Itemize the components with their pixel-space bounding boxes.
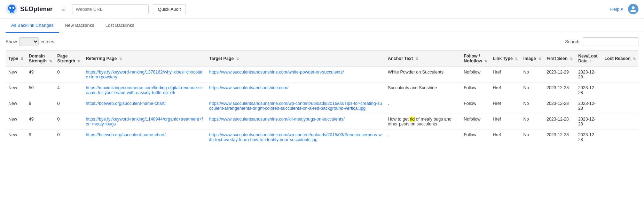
table-cell: [602, 114, 638, 130]
header-right: Help ▾: [610, 4, 638, 14]
table-cell: 9: [26, 98, 55, 114]
table-cell: 2023-12-28: [575, 83, 602, 98]
table-cell: New: [6, 67, 26, 83]
table-cell-referring: https://maximizingecommerce.com/finding-…: [83, 83, 206, 98]
table-cell: No: [520, 83, 544, 98]
table-cell: New: [6, 114, 26, 130]
table-wrapper: Type ⇅ DomainStrength ⇅ PageStrength ⇅ R…: [0, 50, 644, 145]
table-cell: No: [520, 98, 544, 114]
table-cell: 4: [55, 83, 83, 98]
show-label: Show: [6, 39, 17, 44]
table-cell-target: https://www.succulentsandsunshine.com/wh…: [206, 67, 385, 83]
table-cell: [602, 130, 638, 145]
table-cell-referring: https://bceweb.org/succulent-name-chart/: [83, 130, 206, 145]
table-cell: No: [520, 67, 544, 83]
col-first-seen[interactable]: First Seen ⇅: [544, 51, 575, 67]
table-cell: 2023-12-28: [544, 83, 575, 98]
table-cell: 2023-12-29: [575, 67, 602, 83]
sort-icon-lt: ⇅: [515, 57, 518, 61]
show-entries-control: Show 10 25 50 100 entries: [6, 37, 54, 46]
target-page-link[interactable]: https://www.succulentsandsunshine.com/ki…: [209, 117, 345, 122]
table-cell: Href: [490, 130, 520, 145]
table-cell: 2023-12-28: [575, 98, 602, 114]
sort-icon-lr: ⇅: [633, 57, 636, 61]
col-follow-nofollow[interactable]: Follow /Nofollow ⇅: [461, 51, 490, 67]
col-link-type[interactable]: Link Type ⇅: [490, 51, 520, 67]
svg-point-1: [9, 7, 11, 9]
table-row: New490https://bye.fyi/keyword-ranking/13…: [6, 67, 638, 83]
col-lost-reason[interactable]: Lost Reason ⇅: [602, 51, 638, 67]
table-cell: Follow: [461, 98, 490, 114]
col-referring-page[interactable]: Referring Page ⇅: [83, 51, 206, 67]
table-cell-referring: https://bceweb.org/succulent-name-chart/: [83, 98, 206, 114]
table-cell: 0: [55, 67, 83, 83]
col-anchor-text[interactable]: Anchor Text ⇅: [385, 51, 461, 67]
table-cell: 2023-12-28: [575, 114, 602, 130]
user-avatar[interactable]: [628, 4, 638, 14]
hamburger-menu[interactable]: ≡: [58, 4, 68, 14]
search-area: Search:: [565, 37, 638, 46]
table-cell: 2023-12-28: [544, 114, 575, 130]
col-page-strength[interactable]: PageStrength ⇅: [55, 51, 83, 67]
table-cell: Href: [490, 67, 520, 83]
col-target-page[interactable]: Target Page ⇅: [206, 51, 385, 67]
table-cell: 9: [26, 130, 55, 145]
table-cell: New: [6, 98, 26, 114]
target-page-link[interactable]: https://www.succulentsandsunshine.com/wp…: [209, 132, 382, 142]
svg-point-2: [13, 7, 14, 9]
table-cell-anchor: .: [385, 98, 461, 114]
referring-page-link[interactable]: https://bye.fyi/keyword-ranking/1378162/…: [86, 70, 202, 79]
col-image[interactable]: Image ⇅: [520, 51, 544, 67]
target-page-link[interactable]: https://www.succulentsandsunshine.com/wp…: [209, 101, 382, 111]
col-domain-strength[interactable]: DomainStrength ⇅: [26, 51, 55, 67]
table-cell: Href: [490, 83, 520, 98]
tab-new-backlinks[interactable]: New Backlinks: [59, 18, 100, 33]
referring-page-link[interactable]: https://maximizingecommerce.com/finding-…: [86, 85, 203, 95]
table-cell-anchor: How to get rid of mealy bugs and other p…: [385, 114, 461, 130]
quick-audit-button[interactable]: Quick Audit: [153, 4, 186, 14]
table-cell: 0: [55, 130, 83, 145]
table-row: New490https://bye.fyi/keyword-ranking/11…: [6, 114, 638, 130]
table-cell: Nofollow: [461, 67, 490, 83]
entries-label: entries: [41, 39, 54, 44]
table-cell: No: [520, 130, 544, 145]
table-cell: Nofollow: [461, 114, 490, 130]
referring-page-link[interactable]: https://bye.fyi/keyword-ranking/1140944/…: [86, 117, 203, 126]
table-cell-target: https://www.succulentsandsunshine.com/: [206, 83, 385, 98]
table-cell-anchor: Succulents and Sunshine: [385, 83, 461, 98]
referring-page-link[interactable]: https://bceweb.org/succulent-name-chart/: [86, 101, 165, 106]
col-new-lost-date[interactable]: New/LostDate ↕: [575, 51, 602, 67]
logo-area: SEOptimer: [6, 3, 54, 15]
table-cell: Href: [490, 98, 520, 114]
table-row: New504https://maximizingecommerce.com/fi…: [6, 83, 638, 98]
sort-icon-rp: ⇅: [119, 57, 122, 61]
referring-page-link[interactable]: https://bceweb.org/succulent-name-chart/: [86, 132, 165, 137]
table-cell: 50: [26, 83, 55, 98]
table-cell: Follow: [461, 83, 490, 98]
table-cell: Href: [490, 114, 520, 130]
table-row: New90https://bceweb.org/succulent-name-c…: [6, 130, 638, 145]
sort-icon-fn: ⇅: [484, 59, 487, 63]
help-link[interactable]: Help ▾: [610, 7, 623, 12]
backlinks-table: Type ⇅ DomainStrength ⇅ PageStrength ⇅ R…: [6, 50, 638, 145]
table-cell-target: https://www.succulentsandsunshine.com/wp…: [206, 98, 385, 114]
tab-all-backlink-changes[interactable]: All Backlink Changes: [6, 18, 59, 33]
col-type[interactable]: Type ⇅: [6, 51, 26, 67]
website-url-input[interactable]: [72, 4, 149, 14]
table-cell: 0: [55, 98, 83, 114]
search-input[interactable]: [583, 37, 638, 46]
entries-select[interactable]: 10 25 50 100: [19, 37, 39, 46]
target-page-link[interactable]: https://www.succulentsandsunshine.com/wh…: [209, 70, 344, 75]
logo-text: SEOptimer: [20, 6, 53, 13]
tab-lost-backlinks[interactable]: Lost Backlinks: [100, 18, 140, 33]
sort-icon-nld: ↕: [590, 59, 591, 63]
table-cell-target: https://www.succulentsandsunshine.com/ki…: [206, 114, 385, 130]
table-cell: [602, 67, 638, 83]
target-page-link[interactable]: https://www.succulentsandsunshine.com/: [209, 85, 289, 90]
table-cell: No: [520, 114, 544, 130]
table-cell: New: [6, 130, 26, 145]
sort-icon-img: ⇅: [538, 57, 541, 61]
sort-icon-at: ⇅: [415, 57, 418, 61]
table-cell: 2023-12-28: [575, 130, 602, 145]
table-row: New90https://bceweb.org/succulent-name-c…: [6, 98, 638, 114]
